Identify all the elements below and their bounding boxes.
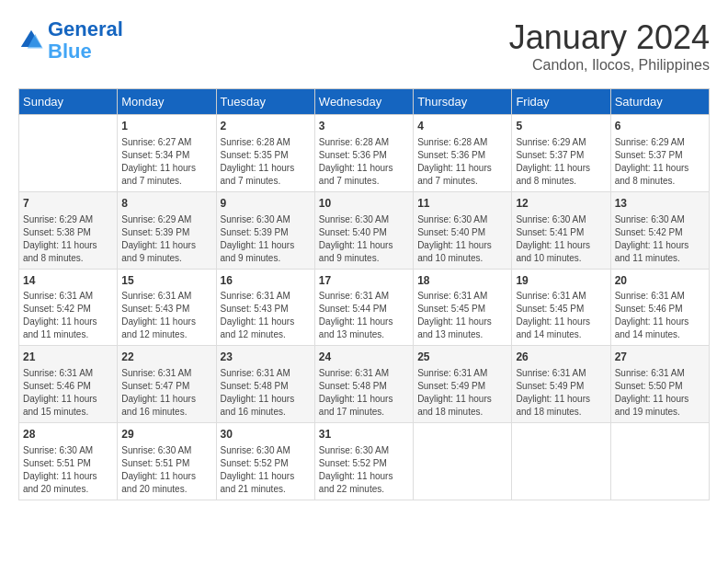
calendar-cell: 4Sunrise: 6:28 AM Sunset: 5:36 PM Daylig… xyxy=(414,115,512,192)
day-info: Sunrise: 6:31 AM Sunset: 5:49 PM Dayligh… xyxy=(417,367,507,419)
day-header-tuesday: Tuesday xyxy=(216,89,314,115)
day-info: Sunrise: 6:28 AM Sunset: 5:36 PM Dayligh… xyxy=(417,136,507,188)
calendar-cell: 26Sunrise: 6:31 AM Sunset: 5:49 PM Dayli… xyxy=(512,346,610,423)
day-info: Sunrise: 6:28 AM Sunset: 5:35 PM Dayligh… xyxy=(221,136,311,188)
day-info: Sunrise: 6:31 AM Sunset: 5:48 PM Dayligh… xyxy=(319,367,409,419)
day-info: Sunrise: 6:31 AM Sunset: 5:46 PM Dayligh… xyxy=(615,290,705,341)
day-number: 5 xyxy=(516,119,606,134)
calendar-week-row: 21Sunrise: 6:31 AM Sunset: 5:46 PM Dayli… xyxy=(19,346,710,423)
calendar-table: SundayMondayTuesdayWednesdayThursdayFrid… xyxy=(18,88,710,500)
day-number: 7 xyxy=(23,196,113,212)
calendar-cell: 30Sunrise: 6:30 AM Sunset: 5:52 PM Dayli… xyxy=(216,423,314,500)
calendar-cell: 18Sunrise: 6:31 AM Sunset: 5:45 PM Dayli… xyxy=(414,269,512,346)
day-info: Sunrise: 6:31 AM Sunset: 5:46 PM Dayligh… xyxy=(23,367,113,419)
day-info: Sunrise: 6:30 AM Sunset: 5:51 PM Dayligh… xyxy=(23,444,113,496)
day-info: Sunrise: 6:31 AM Sunset: 5:50 PM Dayligh… xyxy=(615,367,705,419)
day-info: Sunrise: 6:30 AM Sunset: 5:40 PM Dayligh… xyxy=(417,213,507,265)
day-info: Sunrise: 6:30 AM Sunset: 5:41 PM Dayligh… xyxy=(516,213,606,265)
day-number: 27 xyxy=(615,350,705,365)
calendar-cell: 7Sunrise: 6:29 AM Sunset: 5:38 PM Daylig… xyxy=(19,191,118,269)
calendar-cell xyxy=(610,423,709,500)
calendar-cell: 2Sunrise: 6:28 AM Sunset: 5:35 PM Daylig… xyxy=(216,115,314,192)
day-number: 26 xyxy=(516,350,606,365)
day-info: Sunrise: 6:29 AM Sunset: 5:38 PM Dayligh… xyxy=(23,213,113,265)
day-info: Sunrise: 6:30 AM Sunset: 5:51 PM Dayligh… xyxy=(121,444,211,496)
calendar-cell: 1Sunrise: 6:27 AM Sunset: 5:34 PM Daylig… xyxy=(118,115,216,192)
day-number: 22 xyxy=(121,350,211,365)
day-info: Sunrise: 6:31 AM Sunset: 5:45 PM Dayligh… xyxy=(417,290,507,341)
title-block: January 2024 Candon, Ilocos, Philippines xyxy=(509,18,710,74)
day-number: 18 xyxy=(417,273,507,289)
day-header-thursday: Thursday xyxy=(414,89,512,115)
day-number: 2 xyxy=(221,119,311,134)
calendar-cell xyxy=(512,423,610,500)
day-info: Sunrise: 6:31 AM Sunset: 5:44 PM Dayligh… xyxy=(319,290,409,341)
calendar-cell: 11Sunrise: 6:30 AM Sunset: 5:40 PM Dayli… xyxy=(414,191,512,269)
day-number: 24 xyxy=(319,350,409,365)
day-number: 16 xyxy=(221,273,311,289)
day-number: 15 xyxy=(121,273,211,289)
day-number: 13 xyxy=(615,196,705,212)
calendar-cell: 12Sunrise: 6:30 AM Sunset: 5:41 PM Dayli… xyxy=(512,191,610,269)
day-number: 31 xyxy=(319,427,409,442)
calendar-cell: 13Sunrise: 6:30 AM Sunset: 5:42 PM Dayli… xyxy=(610,191,709,269)
day-info: Sunrise: 6:31 AM Sunset: 5:43 PM Dayligh… xyxy=(121,290,211,341)
day-info: Sunrise: 6:29 AM Sunset: 5:39 PM Dayligh… xyxy=(121,213,211,265)
day-info: Sunrise: 6:29 AM Sunset: 5:37 PM Dayligh… xyxy=(516,136,606,188)
calendar-header: SundayMondayTuesdayWednesdayThursdayFrid… xyxy=(19,89,710,115)
day-info: Sunrise: 6:31 AM Sunset: 5:45 PM Dayligh… xyxy=(516,290,606,341)
day-info: Sunrise: 6:30 AM Sunset: 5:52 PM Dayligh… xyxy=(221,444,311,496)
calendar-cell: 6Sunrise: 6:29 AM Sunset: 5:37 PM Daylig… xyxy=(610,115,709,192)
day-info: Sunrise: 6:31 AM Sunset: 5:49 PM Dayligh… xyxy=(516,367,606,419)
calendar-cell: 27Sunrise: 6:31 AM Sunset: 5:50 PM Dayli… xyxy=(610,346,709,423)
calendar-title: January 2024 xyxy=(509,18,710,57)
day-number: 8 xyxy=(121,196,211,212)
day-number: 19 xyxy=(516,273,606,289)
day-number: 28 xyxy=(23,427,113,442)
calendar-cell: 22Sunrise: 6:31 AM Sunset: 5:47 PM Dayli… xyxy=(118,346,216,423)
day-number: 20 xyxy=(615,273,705,289)
calendar-week-row: 14Sunrise: 6:31 AM Sunset: 5:42 PM Dayli… xyxy=(19,269,710,346)
calendar-cell: 5Sunrise: 6:29 AM Sunset: 5:37 PM Daylig… xyxy=(512,115,610,192)
calendar-cell: 15Sunrise: 6:31 AM Sunset: 5:43 PM Dayli… xyxy=(118,269,216,346)
day-info: Sunrise: 6:31 AM Sunset: 5:47 PM Dayligh… xyxy=(121,367,211,419)
day-info: Sunrise: 6:31 AM Sunset: 5:42 PM Dayligh… xyxy=(23,290,113,341)
calendar-subtitle: Candon, Ilocos, Philippines xyxy=(509,57,710,74)
day-header-sunday: Sunday xyxy=(19,89,118,115)
calendar-cell: 25Sunrise: 6:31 AM Sunset: 5:49 PM Dayli… xyxy=(414,346,512,423)
calendar-cell: 23Sunrise: 6:31 AM Sunset: 5:48 PM Dayli… xyxy=(216,346,314,423)
day-info: Sunrise: 6:30 AM Sunset: 5:39 PM Dayligh… xyxy=(221,213,311,265)
day-info: Sunrise: 6:29 AM Sunset: 5:37 PM Dayligh… xyxy=(615,136,705,188)
day-number: 9 xyxy=(221,196,311,212)
logo-icon xyxy=(18,28,44,53)
logo: GeneralBlue xyxy=(18,18,123,63)
day-number: 25 xyxy=(417,350,507,365)
day-info: Sunrise: 6:31 AM Sunset: 5:43 PM Dayligh… xyxy=(221,290,311,341)
day-number: 4 xyxy=(417,119,507,134)
calendar-cell xyxy=(19,115,118,192)
day-info: Sunrise: 6:28 AM Sunset: 5:36 PM Dayligh… xyxy=(319,136,409,188)
calendar-cell: 20Sunrise: 6:31 AM Sunset: 5:46 PM Dayli… xyxy=(610,269,709,346)
calendar-cell: 16Sunrise: 6:31 AM Sunset: 5:43 PM Dayli… xyxy=(216,269,314,346)
day-number: 11 xyxy=(417,196,507,212)
day-number: 6 xyxy=(615,119,705,134)
calendar-week-row: 7Sunrise: 6:29 AM Sunset: 5:38 PM Daylig… xyxy=(19,191,710,269)
day-header-wednesday: Wednesday xyxy=(314,89,413,115)
page-header: GeneralBlue January 2024 Candon, Ilocos,… xyxy=(18,18,710,74)
calendar-cell: 17Sunrise: 6:31 AM Sunset: 5:44 PM Dayli… xyxy=(314,269,413,346)
logo-text: GeneralBlue xyxy=(48,18,123,63)
day-info: Sunrise: 6:30 AM Sunset: 5:40 PM Dayligh… xyxy=(319,213,409,265)
calendar-cell: 28Sunrise: 6:30 AM Sunset: 5:51 PM Dayli… xyxy=(19,423,118,500)
calendar-cell: 14Sunrise: 6:31 AM Sunset: 5:42 PM Dayli… xyxy=(19,269,118,346)
calendar-cell xyxy=(414,423,512,500)
day-number: 14 xyxy=(23,273,113,289)
day-number: 23 xyxy=(221,350,311,365)
day-number: 12 xyxy=(516,196,606,212)
calendar-cell: 24Sunrise: 6:31 AM Sunset: 5:48 PM Dayli… xyxy=(314,346,413,423)
day-number: 21 xyxy=(23,350,113,365)
calendar-cell: 9Sunrise: 6:30 AM Sunset: 5:39 PM Daylig… xyxy=(216,191,314,269)
calendar-week-row: 1Sunrise: 6:27 AM Sunset: 5:34 PM Daylig… xyxy=(19,115,710,192)
calendar-cell: 8Sunrise: 6:29 AM Sunset: 5:39 PM Daylig… xyxy=(118,191,216,269)
calendar-cell: 10Sunrise: 6:30 AM Sunset: 5:40 PM Dayli… xyxy=(314,191,413,269)
calendar-cell: 31Sunrise: 6:30 AM Sunset: 5:52 PM Dayli… xyxy=(314,423,413,500)
